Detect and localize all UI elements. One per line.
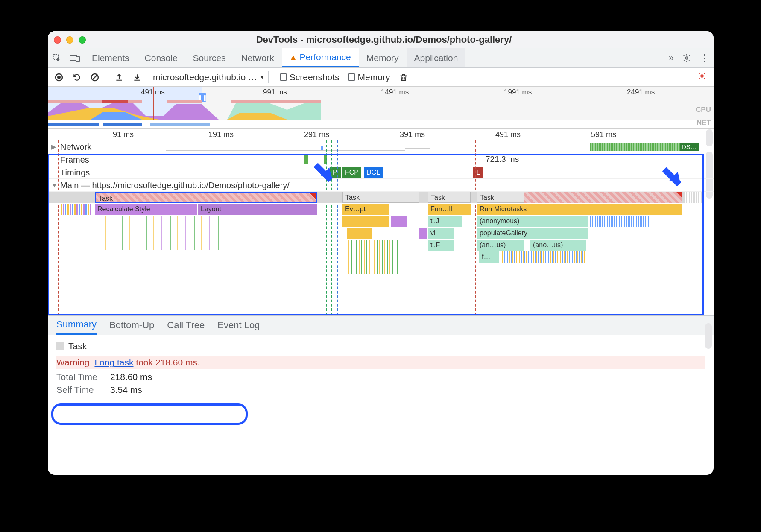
inspect-element-icon[interactable] — [48, 48, 66, 67]
close-window-button[interactable] — [54, 36, 61, 44]
flame-tif[interactable]: ti.F — [428, 240, 454, 251]
overview-tick: 2491 ms — [627, 88, 655, 96]
titlebar: DevTools - microsoftedge.github.io/Demos… — [48, 31, 714, 48]
network-entry[interactable]: DS… — [680, 143, 699, 151]
traffic-lights — [54, 36, 86, 44]
dropdown-icon: ▼ — [260, 74, 265, 80]
svg-point-3 — [685, 57, 688, 59]
details-tab-summary[interactable]: Summary — [56, 316, 97, 335]
perf-toolbar: microsoftedge.github.io … ▼ Screenshots … — [48, 68, 714, 87]
svg-point-5 — [57, 76, 61, 79]
timeline-tracks[interactable]: ▶ Network DS… Frames 721.3 ms Timings P … — [48, 140, 714, 316]
flame-populate[interactable]: populateGallery — [477, 228, 588, 239]
details-tabs: Summary Bottom-Up Call Tree Event Log — [48, 316, 714, 335]
tab-application[interactable]: Application — [407, 48, 466, 67]
flame-function[interactable]: Fun…ll — [428, 204, 471, 215]
self-time-value: 3.54 ms — [110, 385, 142, 395]
warning-icon: ▲ — [290, 53, 297, 62]
ruler-tick: 291 ms — [304, 130, 329, 139]
flame-task[interactable]: Task — [477, 192, 524, 203]
expand-icon[interactable]: ▶ — [51, 143, 56, 151]
ruler-tick: 591 ms — [591, 130, 616, 139]
timeline-overview[interactable]: 491 ms 991 ms 1491 ms 1991 ms 2491 ms ❚❚… — [48, 87, 714, 129]
flame-task-selected[interactable]: Task — [95, 192, 317, 203]
svg-rect-11 — [167, 100, 202, 103]
tab-network[interactable]: Network — [234, 48, 282, 67]
track-network[interactable]: ▶ Network DS… — [48, 140, 714, 153]
minimize-window-button[interactable] — [66, 36, 73, 44]
self-time-label: Self Time — [56, 385, 103, 395]
settings-icon[interactable] — [678, 53, 696, 63]
overview-tick: 1491 ms — [381, 88, 409, 96]
svg-rect-2 — [76, 56, 79, 62]
scrollbar-thumb[interactable] — [705, 323, 712, 349]
details-tab-bottomup[interactable]: Bottom-Up — [109, 316, 154, 334]
tab-sources[interactable]: Sources — [185, 48, 234, 67]
details-tab-eventlog[interactable]: Event Log — [217, 316, 260, 334]
flame-anon2[interactable]: (an…us) — [477, 240, 524, 251]
track-main-header[interactable]: ▼ Main — https://microsoftedge.github.io… — [48, 179, 714, 192]
frame-time-label: 721.3 ms — [486, 155, 519, 164]
track-main-label: Main — https://microsoftedge.github.io/D… — [60, 181, 290, 190]
gc-button[interactable] — [395, 69, 412, 86]
flame-tij[interactable]: ti.J — [428, 216, 462, 227]
kebab-menu-icon[interactable]: ⋮ — [696, 53, 714, 64]
ruler-tick: 191 ms — [208, 130, 234, 139]
summary-pane: Task Warning Long task took 218.60 ms. T… — [48, 335, 714, 401]
track-timings[interactable]: Timings P FCP DCL L — [48, 166, 714, 179]
panel-tabs: Elements Console Sources Network ▲ Perfo… — [48, 48, 714, 68]
flame-task[interactable]: Task — [428, 192, 471, 203]
track-timings-label: Timings — [60, 168, 90, 178]
collapse-icon[interactable]: ▼ — [51, 181, 58, 189]
flame-anon[interactable]: (anonymous) — [477, 216, 588, 227]
tab-performance[interactable]: ▲ Performance — [282, 48, 359, 67]
devtools-window: DevTools - microsoftedge.github.io/Demos… — [48, 31, 714, 475]
record-button[interactable] — [50, 69, 67, 86]
ruler-tick: 91 ms — [113, 130, 134, 139]
clear-button[interactable] — [86, 69, 103, 86]
tab-memory[interactable]: Memory — [359, 48, 407, 67]
capture-settings-icon[interactable] — [697, 71, 707, 83]
flame-layout[interactable]: Layout — [198, 204, 317, 215]
reload-record-button[interactable] — [68, 69, 85, 86]
summary-swatch — [56, 342, 64, 350]
flame-long-task[interactable] — [524, 192, 682, 203]
overview-tick: 1991 ms — [504, 88, 532, 96]
flame-anon3[interactable]: (ano…us) — [530, 240, 586, 251]
screenshots-checkbox[interactable]: Screenshots — [280, 72, 340, 82]
maximize-window-button[interactable] — [79, 36, 86, 44]
flame-task[interactable]: Task — [342, 192, 419, 203]
svg-point-8 — [701, 75, 703, 77]
memory-checkbox[interactable]: Memory — [348, 72, 390, 82]
details-tab-calltree[interactable]: Call Tree — [167, 316, 205, 334]
tab-elements[interactable]: Elements — [84, 48, 137, 67]
timeline-ruler[interactable]: 91 ms 191 ms 291 ms 391 ms 491 ms 591 ms — [48, 129, 714, 140]
flame-run-microtasks[interactable]: Run Microtasks — [477, 204, 682, 215]
timing-dcl[interactable]: DCL — [364, 167, 383, 178]
total-time-label: Total Time — [56, 372, 103, 382]
svg-rect-12 — [231, 100, 321, 103]
track-frames[interactable]: Frames 721.3 ms — [48, 153, 714, 166]
overview-net-label: NET — [697, 119, 711, 127]
track-frames-label: Frames — [60, 155, 89, 165]
total-time-value: 218.60 ms — [110, 372, 152, 382]
flame-event[interactable]: Ev…pt — [342, 204, 389, 215]
ruler-tick: 491 ms — [495, 130, 521, 139]
device-toolbar-icon[interactable] — [66, 48, 84, 67]
long-task-link[interactable]: Long task — [94, 357, 133, 367]
recording-selector[interactable]: microsoftedge.github.io … ▼ — [153, 72, 265, 82]
download-profile-button[interactable] — [129, 69, 146, 86]
svg-line-7 — [93, 75, 97, 79]
flame-recalc-style[interactable]: Recalculate Style — [95, 204, 197, 215]
upload-profile-button[interactable] — [111, 69, 128, 86]
svg-rect-10 — [102, 100, 128, 103]
recording-url: microsoftedge.github.io … — [153, 72, 257, 82]
tab-console[interactable]: Console — [137, 48, 185, 67]
timing-fcp[interactable]: FCP — [342, 167, 361, 178]
more-tabs-button[interactable]: » — [665, 53, 677, 64]
warning-label: Warning — [56, 357, 89, 368]
flame-f[interactable]: f… — [479, 251, 499, 263]
summary-warning-row: Warning Long task took 218.60 ms. — [56, 356, 705, 369]
tab-performance-label: Performance — [300, 52, 351, 62]
flame-vi[interactable]: vi — [428, 228, 454, 239]
